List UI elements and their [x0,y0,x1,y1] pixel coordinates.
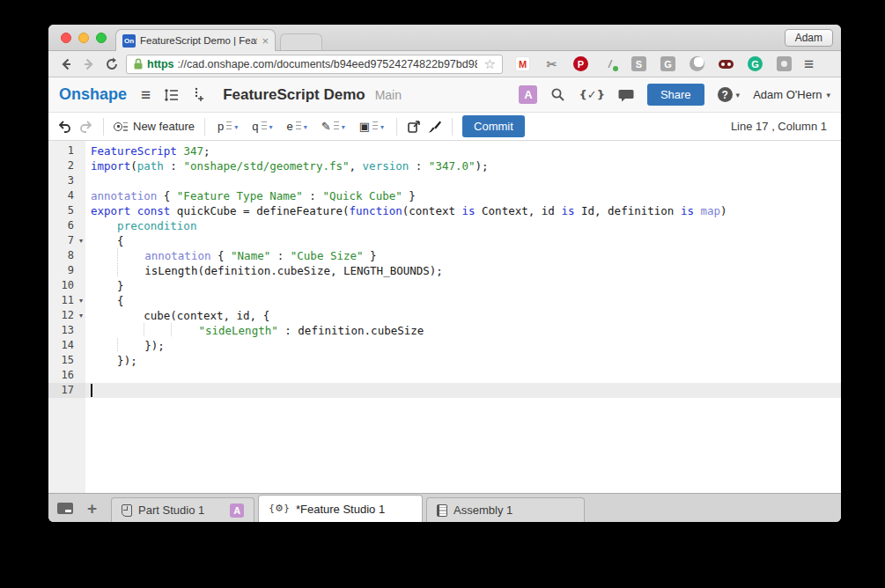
code-line-1[interactable]: FeatureScript 347; [85,143,841,158]
browser-profile-button[interactable]: Adam [785,29,833,47]
code-line-16[interactable] [85,368,841,383]
url-text: ://cad.onshape.com/documents/b94eed97524… [178,58,477,70]
https-lock-icon [133,58,144,70]
share-button[interactable]: Share [647,84,704,106]
code-line-7[interactable]: { [85,233,841,248]
screen-capture-extension-icon[interactable]: ✂ [544,56,559,71]
s-ext-extension-icon[interactable]: S [631,56,646,71]
reload-button[interactable] [103,55,121,73]
commit-button[interactable]: Commit [462,115,525,137]
code-line-13[interactable]: "sideLength" : definition.cubeSize [85,323,841,338]
gutter-line-7[interactable]: 7▾ [48,233,85,248]
gmail-extension-icon[interactable]: M [515,56,530,71]
mask-extension-icon[interactable] [719,60,734,69]
code-line-14[interactable]: }); [85,338,841,353]
redo-button[interactable] [78,120,93,133]
document-tab-label: *Feature Studio 1 [296,503,385,516]
snippet-pencil-dropdown[interactable]: ✎▾ [319,119,348,134]
grammarly-extension-icon[interactable]: G [748,56,763,71]
document-tab-label: Assembly 1 [454,503,513,517]
snippet-pencil-glyph: ✎ [321,121,331,132]
gutter-line-11[interactable]: 11▾ [48,293,85,308]
code-line-15[interactable]: }); [85,353,841,368]
onshape-logo[interactable]: Onshape [59,85,127,104]
snippet-e-dropdown[interactable]: e▾ [284,119,310,134]
window-minimize-button[interactable] [78,33,89,43]
fold-toggle-icon[interactable]: ▾ [79,233,83,248]
code-line-12[interactable]: cube(context, id, { [85,308,841,323]
editor-gutter: 1234567▾891011▾12▾1314151617 [48,141,85,493]
window-close-button[interactable] [61,33,71,43]
add-tab-icon[interactable]: + [87,500,97,517]
user-menu[interactable]: Adam O'Hern ▾ [753,88,830,101]
format-brush-icon[interactable] [427,120,442,134]
tab-close-icon[interactable]: × [262,34,269,48]
fold-toggle-icon[interactable]: ▾ [79,308,83,323]
window-zoom-button[interactable] [96,33,107,43]
tab-feature-studio[interactable]: {⚙}*Feature Studio 1 [258,495,423,522]
new-feature-button[interactable]: New feature [114,120,195,133]
gutter-line-14: 14 [48,338,85,353]
collaborator-avatar[interactable]: A [519,85,537,104]
code-line-9[interactable]: isLength(definition.cubeSize, LENGTH_BOU… [85,263,841,278]
snippet-image-dropdown[interactable]: ▣▾ [357,119,387,134]
help-icon[interactable]: ? [718,87,733,102]
back-button[interactable] [57,55,75,73]
chevron-down-icon: ▾ [342,123,345,131]
search-icon[interactable] [550,87,565,102]
forward-button[interactable] [80,55,98,73]
runner-extension-icon[interactable]: / [602,56,617,71]
code-line-8[interactable]: annotation { "Name" : "Cube Size" } [85,248,841,263]
pinterest-extension-icon[interactable]: P [573,56,588,71]
gutter-line-4: 4 [48,188,85,203]
tab-manager-icon[interactable] [57,503,73,514]
gutter-line-12[interactable]: 12▾ [48,308,85,323]
workspace-name[interactable]: Main [375,88,402,102]
code-line-17[interactable] [85,383,841,398]
g-ext-extension-icon[interactable]: G [660,56,675,71]
tab-part-studio[interactable]: Part Studio 1A [111,497,254,522]
code-line-3[interactable] [85,173,841,188]
snippet-q-dropdown[interactable]: q▾ [249,119,275,134]
snippet-e-glyph: e [287,121,293,132]
document-title[interactable]: FeatureScript Demo [223,86,365,104]
document-menu-icon[interactable]: ≡ [141,85,151,105]
code-line-5[interactable]: export const quickCube = defineFeature(f… [85,203,841,218]
snippet-p-dropdown[interactable]: p▾ [215,119,240,134]
code-editor[interactable]: 1234567▾891011▾12▾1314151617 FeatureScri… [48,141,841,493]
editor-code-area[interactable]: FeatureScript 347;import(path : "onshape… [85,141,841,493]
comments-icon[interactable] [618,88,634,102]
chrome-menu-icon[interactable]: ≡ [804,55,814,74]
new-tab-button[interactable] [280,33,322,50]
featurescript-check-icon[interactable]: {✓} [579,88,604,101]
code-line-10[interactable]: } [85,278,841,293]
gutter-line-16: 16 [48,368,85,383]
code-line-6[interactable]: precondition [85,218,841,233]
gutter-line-6: 6 [48,218,85,233]
window-controls [48,33,115,43]
header-actions: A {✓} Share ? ▾ Adam O'Hern ▾ [519,84,830,106]
fold-toggle-icon[interactable]: ▾ [79,293,83,308]
code-line-11[interactable]: { [85,293,841,308]
toolbar-separator [204,118,205,136]
gutter-line-9: 9 [48,263,85,278]
insert-new-item-icon[interactable] [193,87,205,102]
undo-button[interactable] [57,120,72,133]
chevron-down-icon: ▾ [304,123,307,131]
code-line-4[interactable]: annotation { "Feature Type Name" : "Quic… [85,188,841,203]
gutter-line-15: 15 [48,353,85,368]
export-icon[interactable] [407,120,421,134]
tab-assembly[interactable]: Assembly 1 [426,497,585,522]
browser-tab[interactable]: On FeatureScript Demo | Featu × [115,29,276,51]
onshape-header: Onshape ≡ FeatureScript Demo Main A {✓} … [48,77,841,113]
camera-extension-icon[interactable] [777,56,792,71]
code-line-2[interactable]: import(path : "onshape/std/geometry.fs",… [85,158,841,173]
address-bar[interactable]: https://cad.onshape.com/documents/b94eed… [126,55,503,74]
document-tab-label: Part Studio 1 [138,503,204,517]
assembly-icon [437,504,447,517]
versions-history-icon[interactable] [164,88,180,102]
document-tabs: Part Studio 1A{⚙}*Feature Studio 1Assemb… [111,495,588,522]
bookmark-star-icon[interactable]: ☆ [484,56,496,72]
help-menu[interactable]: ? ▾ [718,87,741,102]
moon-extension-icon[interactable] [690,56,704,71]
